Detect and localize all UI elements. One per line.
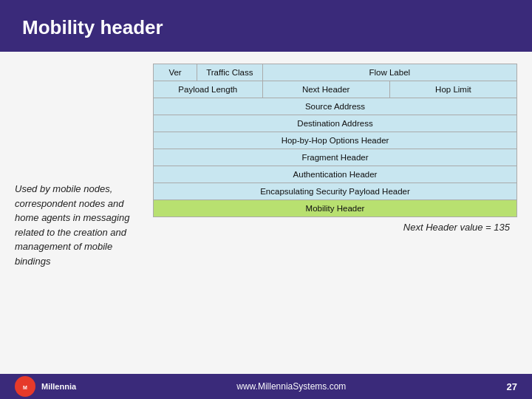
cell-mobility-header: Mobility Header [154,200,517,217]
table-row: Mobility Header [154,200,517,217]
next-header-note: Next Header value = 135 [153,222,517,233]
millennia-logo-svg: M [18,380,32,393]
table-row: Source Address [154,98,517,115]
bottom-bar: M Millennia www.MillenniaSystems.com 27 [0,374,532,399]
logo-area: M Millennia [15,376,76,397]
cell-destination-address: Destination Address [154,115,517,132]
content-area: Used by mobile nodes, correspondent node… [0,52,532,374]
bottom-url: www.MillenniaSystems.com [236,381,346,392]
table-row: Ver Traffic Class Flow Label [154,64,517,81]
cell-payload-length: Payload Length [154,81,263,98]
table-row: Destination Address [154,115,517,132]
cell-flow-label: Flow Label [262,64,516,81]
table-row: Fragment Header [154,149,517,166]
page-title: Mobility header [22,16,163,39]
cell-hop-limit: Hop Limit [389,81,516,98]
slide: Mobility header Used by mobile nodes, co… [0,0,532,399]
header-bar: Mobility header [0,0,532,52]
cell-auth-header: Authentication Header [154,166,517,183]
cell-ver: Ver [154,64,197,81]
description-text: Used by mobile nodes, correspondent node… [15,182,144,268]
table-row: Encapsulating Security Payload Header [154,183,517,200]
ipv6-header-table: Ver Traffic Class Flow Label Payload Len… [153,64,517,217]
logo-label: Millennia [41,382,76,391]
table-row: Payload Length Next Header Hop Limit [154,81,517,98]
cell-fragment-header: Fragment Header [154,149,517,166]
table-row: Hop-by-Hop Options Header [154,132,517,149]
cell-hop-by-hop: Hop-by-Hop Options Header [154,132,517,149]
table-row: Authentication Header [154,166,517,183]
cell-source-address: Source Address [154,98,517,115]
logo-icon: M [15,376,35,397]
cell-esp-header: Encapsulating Security Payload Header [154,183,517,200]
diagram-area: Ver Traffic Class Flow Label Payload Len… [153,64,517,374]
cell-next-header: Next Header [262,81,389,98]
page-number: 27 [507,381,517,392]
left-description: Used by mobile nodes, correspondent node… [15,64,144,374]
svg-text:M: M [23,385,27,390]
cell-traffic-class: Traffic Class [197,64,263,81]
